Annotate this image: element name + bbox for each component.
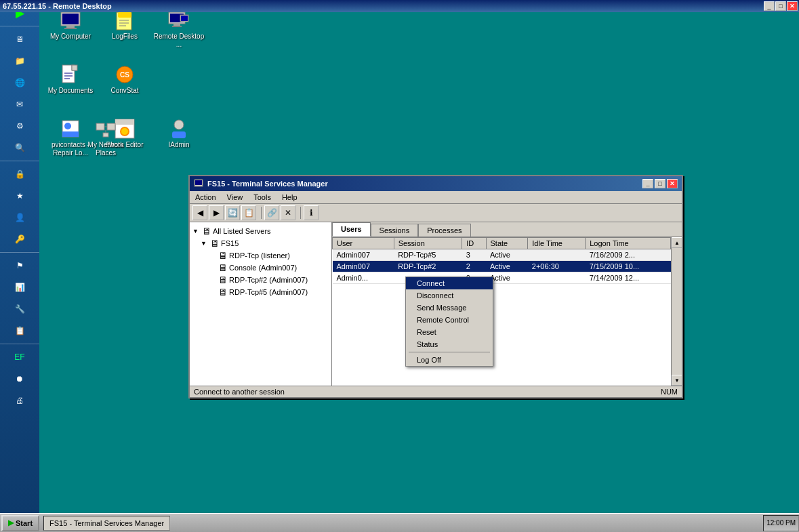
- tab-processes[interactable]: Processes: [418, 224, 470, 237]
- desktop-icon-iadmin[interactable]: IAdmin: [153, 114, 205, 165]
- maximize-button[interactable]: □: [655, 179, 665, 188]
- menu-view[interactable]: View: [224, 192, 246, 202]
- remote-desktop-controls: _ □ ✕: [764, 1, 799, 11]
- sidebar-icon-14[interactable]: 📋: [9, 321, 30, 341]
- menu-tools[interactable]: Tools: [251, 192, 274, 202]
- sidebar-icon-7[interactable]: 🔒: [9, 164, 30, 184]
- sidebar-icon-1[interactable]: 🖥: [9, 29, 30, 49]
- table-row[interactable]: Admin007 RDP-Tcp#2 2 Active 2+06:30 7/15…: [333, 261, 671, 272]
- cell-state-2: Active: [486, 261, 528, 272]
- ctx-remote-control[interactable]: Remote Control: [406, 314, 493, 326]
- tb-btn-1[interactable]: ◀: [192, 205, 207, 220]
- ctx-status[interactable]: Status: [406, 338, 493, 350]
- desktop-icon-remote-desktop[interactable]: Remote Desktop ...: [153, 5, 205, 57]
- desktop-icon-network[interactable]: My Network Places: [80, 114, 131, 165]
- desktop-icon-my-documents[interactable]: My Documents: [45, 60, 96, 111]
- tree-session-rdp5[interactable]: 🖥 RDP-Tcp#5 (Admin007): [192, 286, 329, 298]
- left-sidebar: ▶ 🖥 📁 🌐 ✉ ⚙ 🔍 🔒 ★ 👤 🔑 ⚑ 📊 🔧 📋 EF ⏺ 🖨: [0, 0, 39, 513]
- cell-id-1: 3: [462, 249, 486, 261]
- svg-rect-1: [62, 14, 79, 24]
- scroll-track[interactable]: [672, 248, 682, 375]
- tsm-num-indicator: NUM: [661, 388, 678, 396]
- sidebar-icon-11[interactable]: ⚑: [9, 255, 30, 276]
- tb-btn-5[interactable]: 🔗: [264, 205, 279, 220]
- menu-help[interactable]: Help: [279, 192, 300, 202]
- tree-expand-fs15: ▼: [201, 240, 209, 247]
- svg-rect-25: [62, 131, 79, 137]
- convstat-icon: CS: [114, 64, 136, 85]
- tree-session-rdp2[interactable]: 🖥 RDP-Tcp#2 (Admin007): [192, 274, 329, 286]
- sidebar-icon-6[interactable]: 🔍: [9, 138, 30, 158]
- iadmin-icon: [168, 118, 190, 140]
- tree-all-servers[interactable]: ▼ 🖥 All Listed Servers: [192, 225, 329, 237]
- sidebar-icon-5[interactable]: ⚙: [9, 116, 30, 136]
- desktop-icon-my-computer[interactable]: My Computer: [45, 5, 96, 57]
- col-user[interactable]: User: [333, 238, 394, 249]
- col-logon[interactable]: Logon Time: [586, 238, 671, 249]
- tb-btn-4[interactable]: 📋: [241, 205, 256, 220]
- tab-sessions[interactable]: Sessions: [371, 224, 419, 237]
- scroll-up-arrow[interactable]: ▲: [672, 237, 682, 248]
- minimize-button[interactable]: _: [642, 179, 653, 188]
- svg-text:CS: CS: [120, 71, 129, 79]
- sidebar-icon-10[interactable]: 🔑: [9, 229, 30, 249]
- sidebar-icon-13[interactable]: 🔧: [9, 299, 30, 319]
- svg-rect-14: [181, 16, 188, 21]
- rd-maximize-btn[interactable]: □: [775, 1, 786, 11]
- scroll-down-arrow[interactable]: ▼: [672, 375, 682, 386]
- tb-btn-7[interactable]: ℹ: [304, 205, 319, 220]
- tree-session-console[interactable]: 🖥 Console (Admin007): [192, 262, 329, 274]
- session-listener-icon: 🖥: [218, 250, 228, 261]
- cell-user-2: Admin007: [333, 261, 394, 272]
- ctx-reset[interactable]: Reset: [406, 326, 493, 338]
- tsm-right-panel: Users Sessions Processes User Session: [332, 222, 682, 386]
- tree-fs15-label: FS15: [221, 239, 239, 247]
- sidebar-icon-9[interactable]: 👤: [9, 207, 30, 228]
- ctx-disconnect[interactable]: Disconnect: [406, 289, 493, 302]
- start-button[interactable]: ▶ Start: [1, 515, 39, 531]
- ctx-connect[interactable]: Connect: [406, 277, 493, 289]
- ctx-log-off[interactable]: Log Off: [406, 354, 493, 366]
- taskbar: ▶ Start FS15 - Terminal Services Manager…: [0, 513, 799, 532]
- tree-fs15[interactable]: ▼ 🖥 FS15: [192, 237, 329, 249]
- svg-rect-35: [107, 123, 115, 130]
- table-row[interactable]: Admin0... 0 Active 7/14/2009 12...: [333, 272, 671, 284]
- tb-btn-2[interactable]: ▶: [209, 205, 224, 220]
- svg-rect-5: [118, 12, 131, 18]
- close-button[interactable]: ✕: [667, 179, 678, 188]
- ctx-separator: [409, 352, 490, 352]
- sidebar-icon-2[interactable]: 📁: [9, 51, 30, 71]
- tree-session-listener[interactable]: 🖥 RDP-Tcp (listener): [192, 249, 329, 262]
- col-id[interactable]: ID: [462, 238, 486, 249]
- sidebar-icon-16[interactable]: ⏺: [9, 369, 30, 389]
- cell-id-2: 2: [462, 261, 486, 272]
- cell-session-1: RDP-Tcp#5: [394, 249, 462, 261]
- sidebar-icon-8[interactable]: ★: [9, 186, 30, 206]
- my-documents-icon: [60, 64, 81, 85]
- session-console-icon: 🖥: [218, 262, 228, 273]
- desktop-icon-convstat[interactable]: CS ConvStat: [99, 60, 150, 111]
- sidebar-icon-4[interactable]: ✉: [9, 94, 30, 115]
- tsm-title-area: FS15 - Terminal Services Manager: [194, 179, 328, 188]
- sidebar-icon-12[interactable]: 📊: [9, 277, 30, 298]
- tab-users[interactable]: Users: [332, 222, 371, 237]
- sidebar-icon-3[interactable]: 🌐: [9, 73, 30, 93]
- taskbar-tsm-item[interactable]: FS15 - Terminal Services Manager: [43, 516, 170, 531]
- menu-action[interactable]: Action: [192, 192, 219, 202]
- col-idle[interactable]: Idle Time: [528, 238, 586, 249]
- rd-close-btn[interactable]: ✕: [787, 1, 798, 11]
- tsm-status-text: Connect to another session: [194, 388, 285, 396]
- svg-rect-33: [195, 180, 202, 185]
- rd-minimize-btn[interactable]: _: [764, 1, 775, 11]
- table-row[interactable]: Admin007 RDP-Tcp#5 3 Active 7/16/2009 2.…: [333, 249, 671, 261]
- table-scrollbar[interactable]: ▲ ▼: [671, 237, 682, 386]
- tsm-titlebar: FS15 - Terminal Services Manager _ □ ✕: [190, 176, 682, 191]
- tb-btn-3[interactable]: 🔄: [225, 205, 240, 220]
- sidebar-icon-17[interactable]: 🖨: [9, 390, 30, 411]
- sidebar-icon-15[interactable]: EF: [9, 347, 30, 367]
- desktop-icon-logfiles[interactable]: LogFiles: [99, 5, 150, 57]
- ctx-send-message[interactable]: Send Message: [406, 302, 493, 314]
- col-state[interactable]: State: [486, 238, 528, 249]
- tb-btn-6[interactable]: ✕: [281, 205, 295, 220]
- col-session[interactable]: Session: [394, 238, 462, 249]
